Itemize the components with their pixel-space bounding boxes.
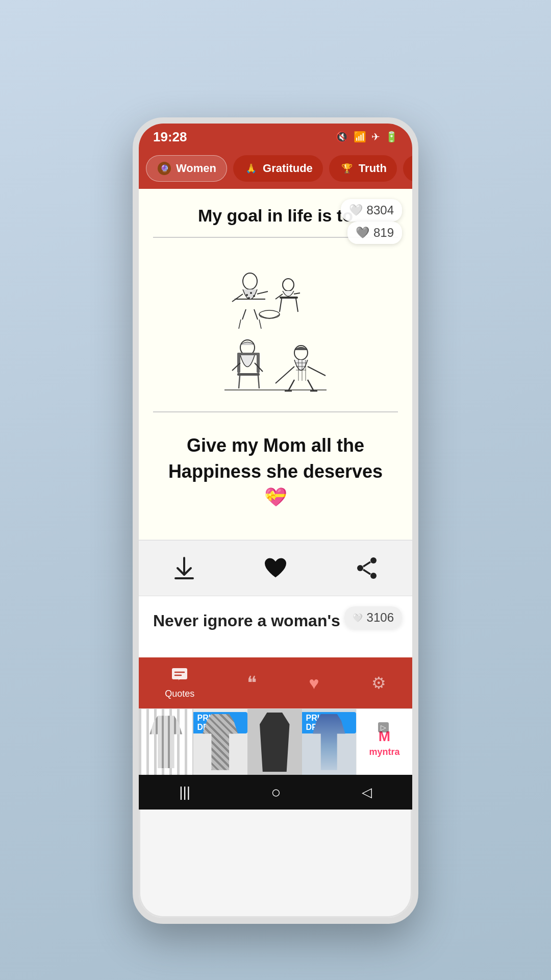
svg-rect-23 (257, 353, 260, 373)
quotes-icon (171, 667, 188, 687)
quotes-label: Quotes (165, 689, 194, 699)
tab-women-label: Women (176, 162, 216, 175)
phone-content: 🤍 8304 🩶 819 My goal in life is to (139, 189, 412, 924)
quote-card-1: 🤍 8304 🩶 819 My goal in life is to (139, 189, 412, 540)
like-count-1: 8304 (367, 203, 394, 217)
airplane-icon: ✈ (371, 131, 380, 143)
nav-tabs: 🔮 Women 🙏 Gratitude 🏆 Truth 🎁 Acco... (139, 150, 412, 189)
illustration (153, 248, 398, 411)
svg-point-6 (248, 297, 250, 299)
svg-line-12 (239, 320, 241, 329)
svg-line-11 (254, 309, 258, 320)
bottom-nav: Quotes ❝ ♥ ⚙ (139, 657, 412, 708)
status-bar: 19:28 🔇 📶 ✈ 🔋 (139, 124, 412, 150)
nav-settings[interactable]: ⚙ (361, 670, 396, 696)
quote-card-2: 🤍 3106 Never ignore a woman's (139, 596, 412, 657)
svg-line-49 (363, 570, 370, 574)
like-count-2: 819 (373, 226, 394, 240)
heart-icon-3: 🤍 (353, 613, 363, 623)
nav-quotes2[interactable]: ❝ (237, 669, 267, 697)
svg-line-37 (288, 380, 294, 391)
like-badge-1: 🤍 8304 (341, 199, 402, 222)
heart-icon-1: 🤍 (349, 204, 363, 217)
svg-rect-15 (280, 297, 298, 299)
recents-button[interactable]: ||| (179, 784, 190, 800)
action-bar (139, 540, 412, 596)
battery-icon: 🔋 (385, 131, 398, 143)
tab-truth-label: Truth (359, 162, 387, 175)
like-badge-2: 🩶 819 (347, 222, 402, 244)
svg-point-5 (250, 292, 252, 294)
svg-line-38 (308, 380, 314, 391)
nav-favorites[interactable]: ♥ (298, 670, 329, 696)
svg-line-42 (308, 366, 325, 376)
myntra-text: myntra (369, 747, 399, 757)
svg-rect-24 (237, 353, 260, 355)
svg-point-14 (283, 279, 294, 291)
svg-text:🔮: 🔮 (160, 164, 169, 173)
android-nav: ||| ○ ◁ (139, 775, 412, 810)
svg-line-17 (296, 299, 298, 312)
svg-line-16 (280, 299, 282, 312)
svg-point-46 (357, 565, 363, 571)
svg-line-13 (259, 320, 261, 329)
quote-bottom-text: Give my Mom all the Happiness she deserv… (153, 423, 398, 525)
ad-item-4[interactable]: PRICE DROP (302, 709, 357, 775)
svg-rect-50 (172, 668, 187, 679)
favorites-heart-icon: ♥ (309, 673, 319, 693)
home-button[interactable]: ○ (271, 783, 281, 802)
svg-line-27 (258, 376, 259, 388)
phone-mockup: 19:28 🔇 📶 ✈ 🔋 🔮 Women 🙏 (133, 117, 418, 924)
tab-gratitude[interactable]: 🙏 Gratitude (233, 155, 323, 182)
like-button[interactable] (242, 547, 309, 589)
svg-line-9 (257, 291, 268, 294)
svg-point-3 (243, 273, 257, 289)
tab-acco[interactable]: 🎁 Acco... (403, 155, 412, 182)
tab-gratitude-icon: 🙏 (243, 161, 259, 176)
like-badge-3: 🤍 3106 (344, 606, 402, 629)
svg-rect-25 (237, 373, 260, 376)
svg-line-10 (242, 309, 246, 320)
ad-item-3[interactable] (247, 709, 302, 775)
svg-point-47 (370, 573, 377, 579)
ad-item-2[interactable]: PRICE DROP (193, 709, 248, 775)
svg-line-41 (276, 366, 294, 383)
share-button[interactable] (334, 547, 400, 589)
svg-line-19 (294, 293, 300, 294)
svg-line-8 (232, 294, 243, 302)
svg-point-20 (259, 310, 280, 318)
tab-truth[interactable]: 🏆 Truth (329, 155, 397, 182)
ad-item-1[interactable] (139, 709, 193, 775)
download-button[interactable] (151, 547, 217, 589)
status-time: 19:28 (153, 129, 187, 145)
svg-point-7 (253, 295, 255, 297)
tab-truth-icon: 🏆 (339, 161, 355, 176)
phone-frame: 19:28 🔇 📶 ✈ 🔋 🔮 Women 🙏 (133, 117, 418, 924)
nav-quotes[interactable]: Quotes (155, 664, 205, 702)
tab-women[interactable]: 🔮 Women (146, 155, 227, 182)
svg-line-26 (239, 376, 240, 388)
svg-point-4 (246, 294, 248, 296)
divider-bottom (153, 411, 398, 412)
mute-icon: 🔇 (336, 131, 348, 143)
myntra-ad[interactable]: ▷ M myntra (356, 709, 412, 775)
ad-banner: PRICE DROP PRICE DROP (139, 708, 412, 775)
quote-mark-icon: ❝ (247, 672, 257, 694)
like-count-3: 3106 (367, 610, 394, 625)
status-icons: 🔇 📶 ✈ 🔋 (336, 131, 398, 143)
tab-women-icon: 🔮 (157, 161, 172, 176)
svg-line-48 (363, 562, 370, 567)
settings-gear-icon: ⚙ (371, 673, 386, 693)
heart-icon-2: 🩶 (356, 226, 369, 239)
svg-point-45 (370, 557, 377, 564)
wifi-icon: 📶 (354, 131, 366, 143)
tab-gratitude-label: Gratitude (263, 162, 313, 175)
back-button[interactable]: ◁ (362, 785, 372, 800)
